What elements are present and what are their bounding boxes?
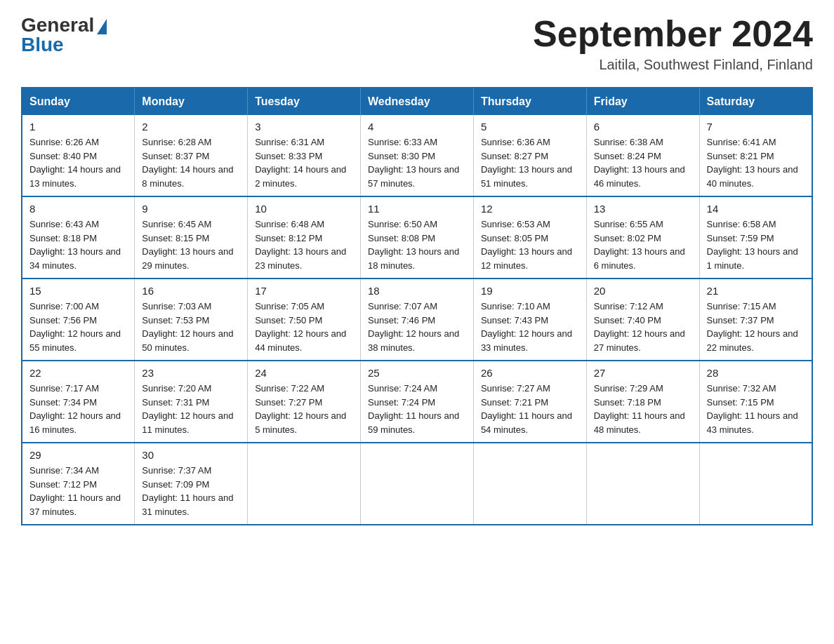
sunset-text: Sunset: 8:05 PM <box>481 233 548 243</box>
weekday-header-tuesday: Tuesday <box>248 88 361 115</box>
day-number: 18 <box>368 285 466 297</box>
daylight-text: Daylight: 12 hours and 11 minutes. <box>142 410 233 435</box>
day-info: Sunrise: 7:15 AM Sunset: 7:37 PM Dayligh… <box>707 300 805 354</box>
sunrise-text: Sunrise: 7:29 AM <box>594 383 663 394</box>
day-number: 6 <box>594 121 692 133</box>
calendar-cell: 8 Sunrise: 6:43 AM Sunset: 8:18 PM Dayli… <box>22 196 135 279</box>
day-number: 27 <box>594 367 692 379</box>
calendar-cell: 20 Sunrise: 7:12 AM Sunset: 7:40 PM Dayl… <box>586 279 699 361</box>
calendar-cell: 19 Sunrise: 7:10 AM Sunset: 7:43 PM Dayl… <box>473 279 586 361</box>
daylight-text: Daylight: 11 hours and 43 minutes. <box>707 410 798 435</box>
daylight-text: Daylight: 12 hours and 5 minutes. <box>255 410 346 435</box>
calendar-cell: 18 Sunrise: 7:07 AM Sunset: 7:46 PM Dayl… <box>361 279 474 361</box>
weekday-header-row: SundayMondayTuesdayWednesdayThursdayFrid… <box>22 88 812 115</box>
day-info: Sunrise: 7:32 AM Sunset: 7:15 PM Dayligh… <box>707 382 805 436</box>
calendar-week-row: 29 Sunrise: 7:34 AM Sunset: 7:12 PM Dayl… <box>22 443 812 525</box>
sunset-text: Sunset: 7:34 PM <box>29 397 97 408</box>
sunset-text: Sunset: 7:50 PM <box>255 315 322 326</box>
day-number: 8 <box>29 203 127 215</box>
calendar-cell: 17 Sunrise: 7:05 AM Sunset: 7:50 PM Dayl… <box>248 279 361 361</box>
title-block: September 2024 Laitila, Southwest Finlan… <box>533 14 813 73</box>
sunrise-text: Sunrise: 7:17 AM <box>29 383 99 394</box>
daylight-text: Daylight: 13 hours and 51 minutes. <box>481 164 572 189</box>
day-number: 11 <box>368 203 466 215</box>
calendar-cell: 9 Sunrise: 6:45 AM Sunset: 8:15 PM Dayli… <box>135 196 248 279</box>
day-number: 20 <box>594 285 692 297</box>
daylight-text: Daylight: 13 hours and 6 minutes. <box>594 246 685 271</box>
sunrise-text: Sunrise: 7:07 AM <box>368 301 437 311</box>
calendar-cell: 24 Sunrise: 7:22 AM Sunset: 7:27 PM Dayl… <box>248 361 361 443</box>
daylight-text: Daylight: 12 hours and 55 minutes. <box>29 328 121 353</box>
weekday-header-sunday: Sunday <box>22 88 135 115</box>
sunset-text: Sunset: 8:02 PM <box>594 233 661 243</box>
day-info: Sunrise: 6:36 AM Sunset: 8:27 PM Dayligh… <box>481 135 579 190</box>
daylight-text: Daylight: 11 hours and 59 minutes. <box>368 410 459 435</box>
sunrise-text: Sunrise: 6:53 AM <box>481 219 550 229</box>
calendar-week-row: 8 Sunrise: 6:43 AM Sunset: 8:18 PM Dayli… <box>22 196 812 279</box>
sunrise-text: Sunrise: 6:38 AM <box>594 137 663 147</box>
logo-triangle-icon <box>97 19 107 34</box>
day-number: 4 <box>368 121 466 133</box>
calendar-cell: 10 Sunrise: 6:48 AM Sunset: 8:12 PM Dayl… <box>248 196 361 279</box>
day-number: 13 <box>594 203 692 215</box>
calendar-cell: 30 Sunrise: 7:37 AM Sunset: 7:09 PM Dayl… <box>135 443 248 525</box>
daylight-text: Daylight: 12 hours and 22 minutes. <box>707 328 798 353</box>
daylight-text: Daylight: 13 hours and 57 minutes. <box>368 164 459 189</box>
calendar-cell: 21 Sunrise: 7:15 AM Sunset: 7:37 PM Dayl… <box>699 279 812 361</box>
calendar-cell: 3 Sunrise: 6:31 AM Sunset: 8:33 PM Dayli… <box>248 115 361 196</box>
sunrise-text: Sunrise: 7:10 AM <box>481 301 550 311</box>
daylight-text: Daylight: 13 hours and 29 minutes. <box>142 246 233 271</box>
calendar-cell <box>586 443 699 525</box>
calendar-cell: 14 Sunrise: 6:58 AM Sunset: 7:59 PM Dayl… <box>699 196 812 279</box>
calendar-week-row: 22 Sunrise: 7:17 AM Sunset: 7:34 PM Dayl… <box>22 361 812 443</box>
calendar-cell: 2 Sunrise: 6:28 AM Sunset: 8:37 PM Dayli… <box>135 115 248 196</box>
day-info: Sunrise: 7:27 AM Sunset: 7:21 PM Dayligh… <box>481 382 579 436</box>
sunset-text: Sunset: 7:18 PM <box>594 397 661 408</box>
sunset-text: Sunset: 8:24 PM <box>594 151 661 161</box>
daylight-text: Daylight: 13 hours and 12 minutes. <box>481 246 572 271</box>
sunrise-text: Sunrise: 7:37 AM <box>142 465 211 476</box>
day-number: 15 <box>29 285 127 297</box>
day-info: Sunrise: 6:45 AM Sunset: 8:15 PM Dayligh… <box>142 217 240 272</box>
day-number: 14 <box>707 203 805 215</box>
day-number: 3 <box>255 121 353 133</box>
sunrise-text: Sunrise: 6:31 AM <box>255 137 324 147</box>
sunrise-text: Sunrise: 7:34 AM <box>29 465 99 476</box>
sunset-text: Sunset: 8:18 PM <box>29 233 97 243</box>
weekday-header-friday: Friday <box>586 88 699 115</box>
day-info: Sunrise: 7:05 AM Sunset: 7:50 PM Dayligh… <box>255 300 353 354</box>
weekday-header-wednesday: Wednesday <box>361 88 474 115</box>
daylight-text: Daylight: 13 hours and 40 minutes. <box>707 164 798 189</box>
calendar-cell: 6 Sunrise: 6:38 AM Sunset: 8:24 PM Dayli… <box>586 115 699 196</box>
sunset-text: Sunset: 7:53 PM <box>142 315 209 326</box>
calendar-cell <box>248 443 361 525</box>
sunrise-text: Sunrise: 6:55 AM <box>594 219 663 229</box>
day-info: Sunrise: 6:58 AM Sunset: 7:59 PM Dayligh… <box>707 217 805 272</box>
daylight-text: Daylight: 11 hours and 54 minutes. <box>481 410 572 435</box>
day-number: 10 <box>255 203 353 215</box>
calendar-cell: 13 Sunrise: 6:55 AM Sunset: 8:02 PM Dayl… <box>586 196 699 279</box>
sunrise-text: Sunrise: 6:58 AM <box>707 219 776 229</box>
sunrise-text: Sunrise: 6:50 AM <box>368 219 437 229</box>
day-info: Sunrise: 7:12 AM Sunset: 7:40 PM Dayligh… <box>594 300 692 354</box>
calendar-cell: 28 Sunrise: 7:32 AM Sunset: 7:15 PM Dayl… <box>699 361 812 443</box>
sunset-text: Sunset: 8:30 PM <box>368 151 435 161</box>
daylight-text: Daylight: 14 hours and 2 minutes. <box>255 164 346 189</box>
sunrise-text: Sunrise: 7:15 AM <box>707 301 776 311</box>
calendar-cell: 27 Sunrise: 7:29 AM Sunset: 7:18 PM Dayl… <box>586 361 699 443</box>
calendar-cell: 7 Sunrise: 6:41 AM Sunset: 8:21 PM Dayli… <box>699 115 812 196</box>
month-year-title: September 2024 <box>533 14 813 54</box>
day-number: 24 <box>255 367 353 379</box>
calendar-week-row: 1 Sunrise: 6:26 AM Sunset: 8:40 PM Dayli… <box>22 115 812 196</box>
daylight-text: Daylight: 12 hours and 33 minutes. <box>481 328 572 353</box>
daylight-text: Daylight: 12 hours and 38 minutes. <box>368 328 459 353</box>
daylight-text: Daylight: 12 hours and 44 minutes. <box>255 328 346 353</box>
sunrise-text: Sunrise: 6:36 AM <box>481 137 550 147</box>
daylight-text: Daylight: 12 hours and 50 minutes. <box>142 328 233 353</box>
day-number: 30 <box>142 449 240 461</box>
sunrise-text: Sunrise: 6:41 AM <box>707 137 776 147</box>
day-number: 12 <box>481 203 579 215</box>
weekday-header-thursday: Thursday <box>473 88 586 115</box>
sunset-text: Sunset: 8:37 PM <box>142 151 209 161</box>
sunrise-text: Sunrise: 7:12 AM <box>594 301 663 311</box>
